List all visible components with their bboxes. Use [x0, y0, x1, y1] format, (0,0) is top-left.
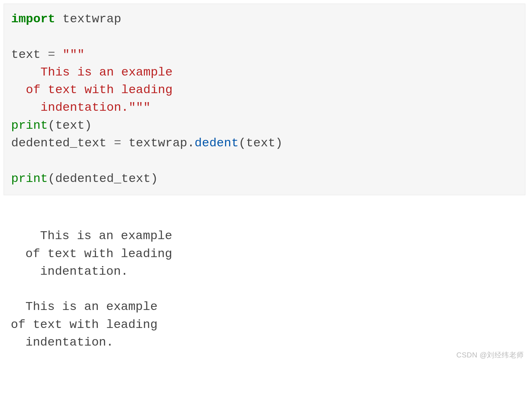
- dot: .: [187, 136, 195, 150]
- var-dedented: dedented_text: [11, 136, 114, 150]
- string-line-3: indentation.: [11, 101, 128, 114]
- string-open: """: [55, 48, 85, 61]
- keyword-import: import: [11, 12, 55, 26]
- print-args-1: (text): [48, 119, 92, 132]
- string-line-1: This is an example: [11, 65, 173, 79]
- assign-op: =: [48, 48, 55, 61]
- output-line: This is an example: [11, 300, 158, 314]
- print-call-1: print: [11, 119, 48, 132]
- output-line: This is an example: [11, 229, 172, 243]
- code-block: import textwrap text = """ This is an ex…: [4, 4, 525, 195]
- output-block: This is an example of text with leading …: [4, 210, 525, 362]
- call-args: (text): [239, 136, 283, 150]
- module-ref: textwrap: [121, 136, 187, 150]
- output-line: indentation.: [11, 335, 114, 349]
- page: import textwrap text = """ This is an ex…: [0, 4, 529, 362]
- output-line: of text with leading: [11, 318, 158, 332]
- output-line: of text with leading: [11, 247, 172, 261]
- assign-op-2: =: [114, 136, 121, 150]
- print-call-2: print: [11, 172, 48, 186]
- string-line-2: of text with leading: [11, 83, 173, 97]
- watermark: CSDN @刘经纬老师: [456, 350, 524, 360]
- var-text: text: [11, 48, 48, 61]
- output-line: indentation.: [11, 265, 128, 278]
- print-args-2: (dedented_text): [48, 172, 158, 186]
- module-name: textwrap: [55, 12, 121, 26]
- string-close: """: [128, 101, 150, 114]
- method-dedent: dedent: [195, 136, 238, 150]
